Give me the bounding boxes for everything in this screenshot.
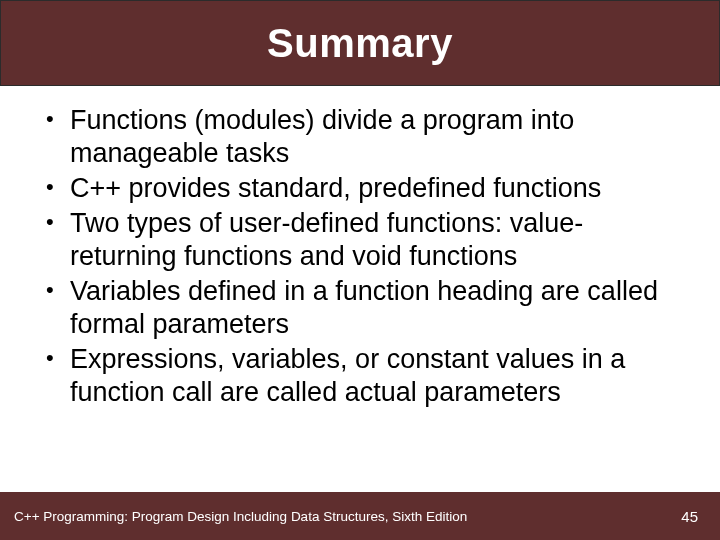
list-item: C++ provides standard, predefined functi…: [42, 172, 678, 205]
list-item: Two types of user-defined functions: val…: [42, 207, 678, 273]
bullet-text: Functions (modules) divide a program int…: [70, 105, 574, 168]
content-area: Functions (modules) divide a program int…: [0, 86, 720, 408]
bullet-text: Variables defined in a function heading …: [70, 276, 658, 339]
list-item: Expressions, variables, or constant valu…: [42, 343, 678, 409]
footer-book-title: C++ Programming: Program Design Includin…: [14, 509, 467, 524]
list-item: Functions (modules) divide a program int…: [42, 104, 678, 170]
bullet-list: Functions (modules) divide a program int…: [42, 104, 678, 408]
footer-page-number: 45: [681, 508, 698, 525]
bullet-text: Expressions, variables, or constant valu…: [70, 344, 625, 407]
title-bar: Summary: [0, 0, 720, 86]
slide-title: Summary: [267, 21, 453, 66]
list-item: Variables defined in a function heading …: [42, 275, 678, 341]
bullet-text: C++ provides standard, predefined functi…: [70, 173, 601, 203]
footer-bar: C++ Programming: Program Design Includin…: [0, 492, 720, 540]
bullet-text: Two types of user-defined functions: val…: [70, 208, 583, 271]
